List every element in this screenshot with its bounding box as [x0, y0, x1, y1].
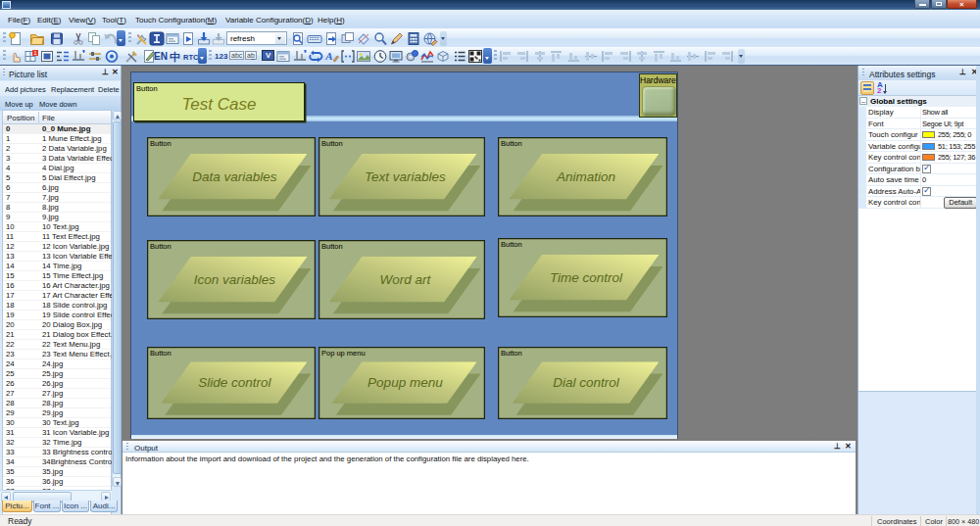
svg-text:Word art: Word art: [380, 272, 432, 287]
svg-text:Button: Button: [501, 349, 522, 358]
svg-text:Slide control: Slide control: [198, 375, 271, 390]
svg-text:Button: Button: [150, 349, 172, 358]
svg-text:Button: Button: [501, 240, 522, 249]
svg-text:Popup menu: Popup menu: [368, 375, 443, 390]
svg-text:Data variables: Data variables: [192, 169, 277, 184]
svg-text:Button: Button: [321, 242, 343, 251]
svg-text:1: 1: [33, 50, 36, 56]
svg-text:Time control: Time control: [550, 270, 623, 285]
svg-text:Animation: Animation: [556, 169, 615, 184]
svg-text:Button: Button: [501, 139, 522, 148]
svg-text:Icon variables: Icon variables: [194, 272, 276, 287]
svg-text:Text variables: Text variables: [365, 169, 446, 184]
svg-text:Button: Button: [150, 242, 172, 251]
svg-text:Button: Button: [150, 139, 172, 148]
svg-text:Button: Button: [321, 139, 343, 148]
svg-text:A: A: [324, 50, 332, 62]
svg-text:Dial control: Dial control: [553, 375, 620, 390]
svg-text:Pop up menu: Pop up menu: [321, 349, 366, 358]
